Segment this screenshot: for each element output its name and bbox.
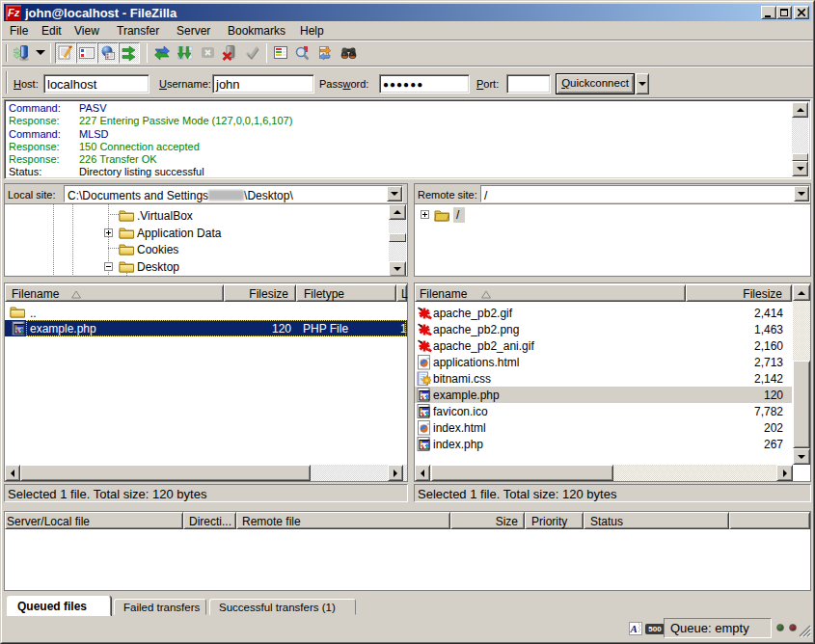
svg-text:Fz: Fz: [8, 7, 20, 18]
svg-text:A: A: [630, 623, 638, 634]
